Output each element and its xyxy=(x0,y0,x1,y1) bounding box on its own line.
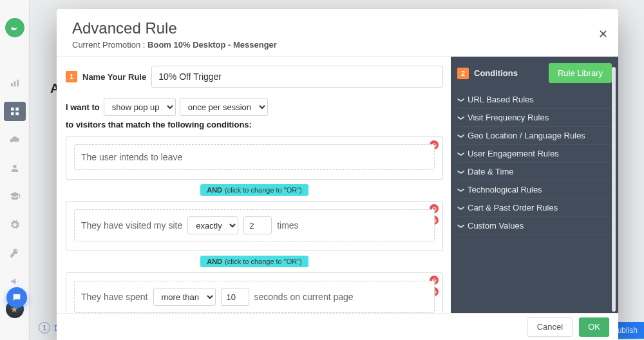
conditions-accordion: URL Based Rules Visit Frequency Rules Ge… xyxy=(457,91,612,235)
modal-footer: Cancel OK xyxy=(57,313,618,340)
comparator-select[interactable]: exactly xyxy=(187,216,238,234)
accordion-item[interactable]: Visit Frequency Rules xyxy=(457,109,612,127)
rule-library-button[interactable]: Rule Library xyxy=(549,63,612,83)
step1-row: 1 Name Your Rule xyxy=(66,66,443,88)
step2-label: Conditions xyxy=(474,68,518,78)
modal-overlay: Advanced Rule Current Promotion : Boom 1… xyxy=(0,0,644,340)
rule-builder-pane: 1 Name Your Rule I want to show pop up o… xyxy=(57,57,451,340)
modal-body: 1 Name Your Rule I want to show pop up o… xyxy=(57,57,618,340)
step1-label: Name Your Rule xyxy=(82,72,146,82)
cancel-button[interactable]: Cancel xyxy=(527,317,573,337)
condition-row[interactable]: The user intends to leave xyxy=(74,144,435,170)
accordion-item[interactable]: Geo Location / Language Rules xyxy=(457,127,612,145)
condition-block: ⊖ ⊖ They have visited my site exactly ti… xyxy=(66,201,443,251)
sentence-builder: I want to show pop up once per session t… xyxy=(66,98,443,129)
accordion-item[interactable]: User Engagement Rules xyxy=(457,145,612,163)
modal-header: Advanced Rule Current Promotion : Boom 1… xyxy=(57,9,618,57)
and-toggle-chip[interactable]: AND(click to change to "OR") xyxy=(200,184,308,196)
modal-subtitle: Current Promotion : Boom 10% Desktop - M… xyxy=(72,40,603,50)
accordion-item[interactable]: Date & Time xyxy=(457,163,612,181)
ok-button[interactable]: OK xyxy=(579,317,609,337)
condition-suffix: seconds on current page xyxy=(254,292,354,302)
condition-text: The user intends to leave xyxy=(81,152,182,162)
modal-scrollbar[interactable] xyxy=(612,67,616,312)
step2-number: 2 xyxy=(457,68,469,79)
condition-block: ⊖ The user intends to leave xyxy=(66,136,443,180)
accordion-item[interactable]: URL Based Rules xyxy=(457,91,612,109)
conditions-header: 2 Conditions Rule Library xyxy=(457,63,612,83)
and-toggle-chip[interactable]: AND(click to change to "OR") xyxy=(200,256,308,267)
accordion-item[interactable]: Technological Rules xyxy=(457,181,612,199)
condition-suffix: times xyxy=(277,220,298,231)
condition-text: They have spent xyxy=(81,292,148,302)
condition-text: They have visited my site xyxy=(81,220,182,231)
action-select[interactable]: show pop up xyxy=(104,98,176,116)
comparator-select[interactable]: more than xyxy=(153,288,216,306)
value-input[interactable] xyxy=(221,288,249,306)
advanced-rule-modal: Advanced Rule Current Promotion : Boom 1… xyxy=(57,9,618,340)
rule-name-input[interactable] xyxy=(151,66,443,88)
step1-number: 1 xyxy=(66,71,77,82)
accordion-item[interactable]: Custom Values xyxy=(457,217,612,235)
value-input[interactable] xyxy=(243,216,272,234)
conditions-pane: 2 Conditions Rule Library URL Based Rule… xyxy=(451,57,618,340)
close-icon[interactable]: ✕ xyxy=(598,27,608,41)
accordion-item[interactable]: Cart & Past Order Rules xyxy=(457,199,612,217)
modal-title: Advanced Rule xyxy=(72,19,603,37)
frequency-select[interactable]: once per session xyxy=(180,98,268,116)
condition-row[interactable]: They have spent more than seconds on cur… xyxy=(74,281,435,313)
condition-row[interactable]: They have visited my site exactly times xyxy=(74,209,435,241)
